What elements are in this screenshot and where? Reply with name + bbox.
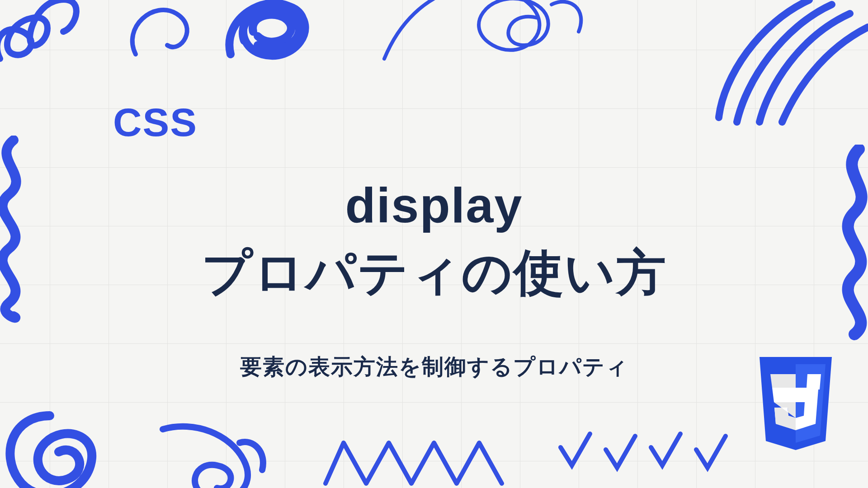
category-label: CSS <box>113 99 198 145</box>
title-block: display プロパティの使い方 <box>0 172 868 306</box>
subtitle: 要素の表示方法を制御するプロパティ <box>240 352 628 381</box>
title-line-2: プロパティの使い方 <box>0 239 868 306</box>
css3-logo-icon <box>750 357 841 461</box>
title-line-1: display <box>0 172 868 239</box>
